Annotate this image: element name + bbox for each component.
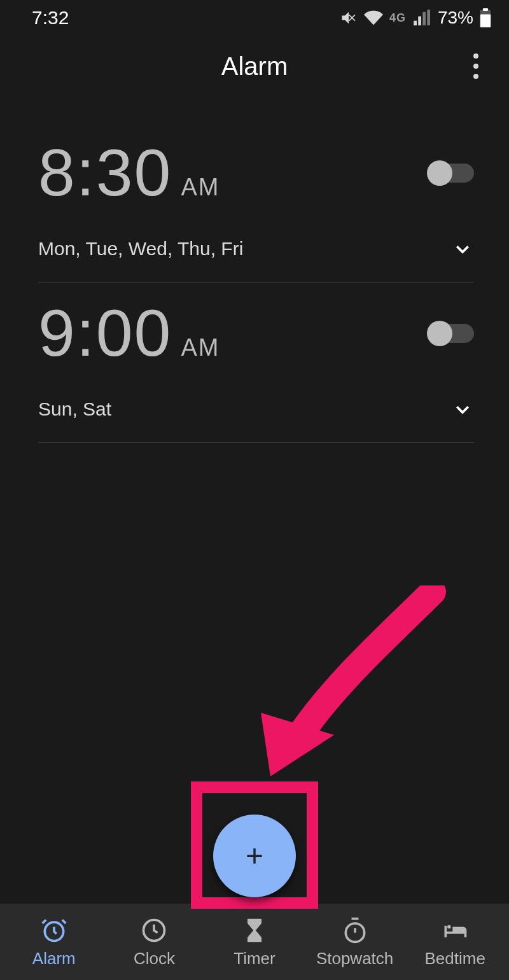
chevron-down-icon (453, 400, 472, 419)
alarm-time: 8:30 (38, 135, 172, 211)
alarm-item[interactable]: 9:00 AM Sun, Sat (0, 283, 509, 443)
alarm-toggle[interactable] (429, 324, 474, 343)
alarm-time-display[interactable]: 9:00 AM (38, 295, 220, 371)
battery-percent: 73% (438, 8, 473, 28)
alarm-ampm: AM (181, 334, 220, 361)
nav-label: Stopwatch (316, 949, 393, 969)
alarm-toggle[interactable] (429, 164, 474, 183)
hourglass-icon (240, 916, 269, 945)
nav-timer[interactable]: Timer (207, 916, 302, 969)
svg-point-6 (345, 923, 364, 942)
nav-bedtime[interactable]: Bedtime (407, 916, 503, 969)
battery-icon (480, 8, 491, 27)
plus-icon: + (246, 841, 263, 871)
wifi-icon (364, 8, 383, 27)
bed-icon (440, 916, 470, 945)
alarm-ampm: AM (181, 174, 220, 201)
overflow-menu-button[interactable] (461, 51, 491, 81)
nav-clock[interactable]: Clock (106, 916, 202, 969)
app-header: Alarm (0, 36, 509, 97)
alarm-item[interactable]: 8:30 AM Mon, Tue, Wed, Thu, Fri (0, 122, 509, 283)
status-bar: 7:32 4G 73% (0, 0, 509, 36)
svg-rect-2 (483, 8, 488, 11)
nav-stopwatch[interactable]: Stopwatch (307, 916, 403, 969)
nav-label: Timer (234, 949, 275, 969)
alarm-days: Sun, Sat (38, 398, 111, 420)
nav-label: Alarm (32, 949, 76, 969)
alarm-time-display[interactable]: 8:30 AM (38, 135, 220, 211)
chevron-down-icon (453, 239, 472, 258)
clock-icon (139, 916, 169, 945)
alarm-days: Mon, Tue, Wed, Thu, Fri (38, 238, 243, 260)
nav-label: Bedtime (424, 949, 485, 969)
nav-alarm[interactable]: Alarm (6, 916, 102, 969)
network-label: 4G (389, 11, 406, 25)
expand-button[interactable] (451, 398, 474, 421)
alarm-icon (39, 916, 69, 945)
page-title: Alarm (221, 52, 288, 81)
bottom-nav: Alarm Clock Timer Stopwatch Bedtime (0, 904, 509, 980)
signal-icon (412, 9, 430, 27)
more-vert-icon (473, 53, 478, 79)
alarm-time: 9:00 (38, 295, 172, 371)
expand-button[interactable] (451, 237, 474, 260)
mute-icon (340, 9, 358, 27)
nav-label: Clock (134, 949, 175, 969)
status-icons: 4G 73% (340, 8, 491, 28)
add-alarm-button[interactable]: + (213, 815, 296, 897)
svg-rect-1 (480, 15, 491, 27)
alarm-list: 8:30 AM Mon, Tue, Wed, Thu, Fri 9:00 AM (0, 97, 509, 904)
stopwatch-icon (340, 916, 370, 945)
status-time: 7:32 (32, 7, 69, 29)
